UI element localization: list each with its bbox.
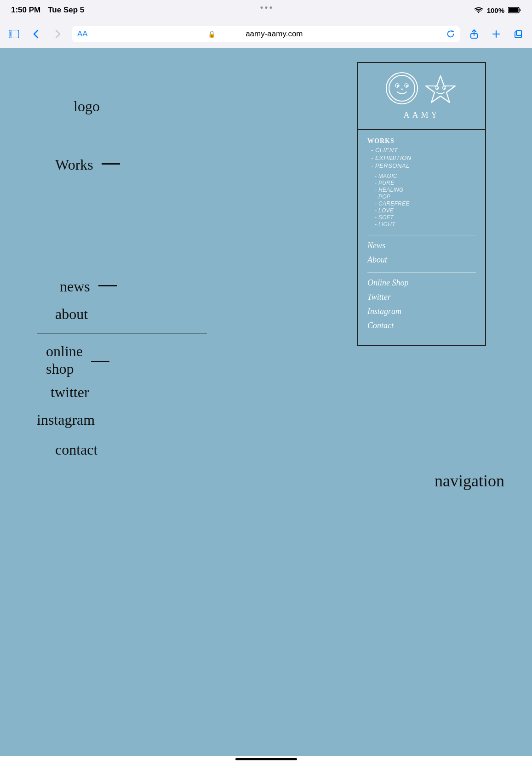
back-button[interactable] (28, 26, 44, 42)
tabs-overview-button[interactable] (510, 26, 526, 42)
nav-carefree: - CAREFREE (375, 200, 476, 207)
logo-star (423, 72, 458, 107)
label-online-shop: onlineshop (46, 342, 109, 378)
label-news: news (60, 278, 117, 295)
share-button[interactable] (466, 26, 482, 42)
lock-icon: 🔒 (208, 30, 216, 38)
nav-instagram-link[interactable]: Instagram (367, 307, 476, 316)
nav-pure: - PURE (375, 180, 476, 186)
svg-point-19 (444, 87, 446, 89)
label-twitter: twitter (51, 384, 89, 401)
nav-box: WORKS - CLIENT - EXHIBITION - PERSONAL -… (357, 130, 486, 346)
nav-news-about-section: News About (367, 235, 476, 265)
online-shop-dash (91, 361, 109, 362)
main-content: logo Works news about onlineshop twitter… (0, 48, 532, 756)
line-separator (37, 333, 207, 334)
label-instagram: instagram (37, 411, 95, 428)
browser-toolbar: AA 🔒 aamy-aamy.com (0, 20, 532, 48)
logo-illustrations (386, 72, 458, 107)
nav-external-section: Online Shop Twitter Instagram Contact (367, 272, 476, 331)
nav-online-shop-link[interactable]: Online Shop (367, 278, 476, 288)
forward-button[interactable] (50, 26, 66, 42)
works-dash (102, 163, 120, 165)
home-indicator (235, 758, 297, 760)
nav-love: - LOVE (375, 207, 476, 214)
nav-magic: - MAGIC (375, 173, 476, 179)
nav-light: - LIGHT (375, 221, 476, 228)
wifi-icon (474, 7, 483, 14)
nav-news-link[interactable]: News (367, 241, 476, 251)
nav-personal: - PERSONAL (371, 162, 476, 169)
label-works: Works (55, 156, 120, 173)
status-bar: 1:50 PM Tue Sep 5 100% (0, 0, 532, 20)
center-dots (260, 6, 272, 9)
nav-about-link[interactable]: About (367, 255, 476, 265)
nav-works-main: WORKS (367, 137, 476, 145)
svg-point-13 (397, 85, 399, 87)
svg-rect-1 (509, 8, 519, 12)
nav-client: - CLIENT (371, 147, 476, 154)
svg-marker-15 (426, 76, 455, 103)
status-right: 100% (474, 6, 521, 14)
svg-point-18 (437, 87, 438, 89)
url-bar[interactable]: AA 🔒 aamy-aamy.com (72, 26, 460, 42)
wireframe-panel: AAMY WORKS - CLIENT - EXHIBITION - PERSO… (357, 62, 486, 346)
label-contact: contact (55, 441, 97, 458)
label-about: about (55, 306, 88, 323)
browser-chrome: AA 🔒 aamy-aamy.com (0, 20, 532, 48)
nav-works-section: WORKS - CLIENT - EXHIBITION - PERSONAL -… (367, 137, 476, 228)
sidebar-toggle-button[interactable] (6, 26, 22, 42)
news-dash (98, 285, 117, 286)
svg-point-10 (389, 75, 415, 101)
svg-rect-9 (516, 30, 521, 35)
nav-healing: - HEALING (375, 187, 476, 193)
add-tab-button[interactable] (488, 26, 504, 42)
nav-exhibition: - EXHIBITION (371, 154, 476, 161)
status-time: 1:50 PM (11, 6, 40, 15)
reload-icon[interactable] (446, 30, 455, 38)
logo-star-svg (425, 74, 456, 105)
status-date: Tue Sep 5 (48, 6, 84, 15)
battery-icon (508, 7, 521, 13)
logo-face-svg (387, 74, 417, 103)
svg-point-14 (406, 85, 408, 87)
nav-pop: - POP (375, 194, 476, 200)
nav-twitter-link[interactable]: Twitter (367, 292, 476, 302)
nav-contact-link[interactable]: Contact (367, 321, 476, 331)
nav-soft: - SOFT (375, 214, 476, 221)
url-text: aamy-aamy.com (218, 29, 330, 39)
label-navigation: navigation (435, 471, 504, 490)
battery-percent: 100% (487, 6, 504, 14)
aa-label: AA (77, 29, 88, 39)
label-logo: logo (74, 98, 100, 115)
logo-name: AAMY (403, 110, 440, 120)
logo-box: AAMY (357, 62, 486, 130)
logo-face (386, 72, 418, 104)
